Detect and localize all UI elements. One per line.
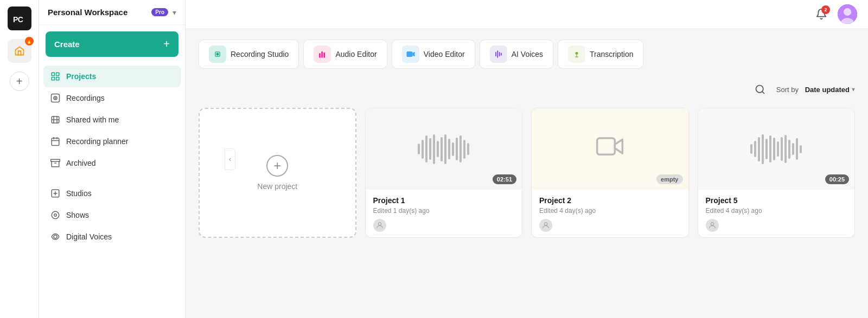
ai-voices-icon	[490, 46, 507, 63]
sidebar-item-planner[interactable]: Recording planner	[43, 131, 181, 152]
toolbar-row: Sort by Date updated ▾	[199, 80, 855, 99]
project2-subtitle: Edited 4 day(s) ago	[539, 207, 681, 215]
home-button[interactable]: 🔥	[8, 39, 31, 63]
project1-avatar	[373, 219, 386, 232]
tab-audio-editor-label: Audio Editor	[335, 50, 376, 59]
sidebar-item-archived[interactable]: Archived	[43, 152, 181, 174]
project-grid: + New project	[199, 108, 855, 238]
projects-icon	[50, 71, 61, 82]
topbar: 2	[186, 0, 868, 29]
sort-label: Sort by	[776, 86, 799, 94]
svg-point-22	[216, 53, 218, 55]
project5-duration-badge: 00:25	[825, 174, 849, 184]
project2-avatar	[539, 219, 552, 232]
svg-rect-4	[52, 77, 54, 80]
svg-rect-5	[56, 77, 59, 80]
create-button[interactable]: Create +	[46, 31, 178, 57]
tab-audio-editor[interactable]: Audio Editor	[303, 40, 387, 69]
video-editor-icon	[402, 46, 419, 63]
svg-rect-28	[406, 51, 412, 57]
sidebar-item-digital-voices[interactable]: Digital Voices	[43, 226, 181, 248]
new-project-plus-icon: +	[266, 155, 288, 177]
sidebar-label-digital-voices: Digital Voices	[66, 232, 112, 241]
left-rail: PC 🔥 +	[0, 0, 39, 318]
project5-subtitle: Edited 4 day(s) ago	[706, 207, 847, 215]
new-project-label: New project	[257, 182, 297, 191]
svg-rect-40	[597, 138, 615, 154]
user-avatar[interactable]	[838, 4, 857, 24]
project1-duration-badge: 02:51	[493, 174, 516, 184]
tab-video-editor[interactable]: Video Editor	[392, 40, 475, 69]
shared-icon	[50, 114, 61, 125]
svg-rect-34	[501, 53, 502, 56]
tab-transcription-label: Transcription	[590, 50, 633, 59]
project1-info: Project 1 Edited 1 day(s) ago	[366, 190, 522, 237]
workspace-header: Personal Workspace Pro ▾	[39, 0, 185, 25]
planner-icon	[50, 136, 61, 147]
workspace-chevron-icon[interactable]: ▾	[173, 8, 176, 17]
project5-waveform	[750, 133, 802, 165]
project1-waveform	[418, 133, 469, 165]
project-card-2[interactable]: empty Project 2 Edited 4 day(s) ago	[531, 108, 689, 238]
svg-point-39	[378, 223, 381, 225]
svg-point-36	[576, 52, 578, 55]
project2-empty-badge: empty	[656, 174, 682, 184]
sidebar-label-archived: Archived	[66, 159, 95, 167]
tab-video-editor-label: Video Editor	[424, 50, 465, 59]
project2-thumbnail: empty	[532, 108, 688, 190]
project5-info: Project 5 Edited 4 day(s) ago	[698, 190, 855, 237]
archived-icon	[50, 158, 61, 168]
recordings-icon	[50, 93, 61, 103]
new-project-card[interactable]: + New project	[199, 108, 356, 238]
svg-rect-3	[56, 73, 59, 75]
sidebar-item-projects[interactable]: Projects	[43, 66, 181, 87]
sidebar-item-studios[interactable]: Studios	[43, 183, 181, 204]
svg-rect-11	[51, 159, 60, 161]
svg-point-18	[844, 8, 851, 16]
tab-recording-studio[interactable]: Recording Studio	[199, 40, 299, 69]
audio-editor-icon	[314, 46, 331, 63]
sidebar-item-recordings[interactable]: Recordings	[43, 87, 181, 109]
sidebar-item-shows[interactable]: Shows	[43, 204, 181, 226]
sidebar-label-shows: Shows	[66, 211, 89, 219]
svg-rect-2	[52, 73, 54, 75]
studios-icon	[50, 188, 61, 199]
svg-marker-41	[615, 139, 623, 153]
svg-text:PC: PC	[13, 15, 23, 24]
svg-rect-31	[495, 52, 496, 56]
svg-rect-33	[499, 52, 500, 56]
content-area: Recording Studio Audio Editor	[186, 29, 868, 318]
project2-info: Project 2 Edited 4 day(s) ago	[532, 190, 688, 237]
project-card-1[interactable]: 02:51 Project 1 Edited 1 day(s) ago	[365, 108, 523, 238]
tab-recording-studio-label: Recording Studio	[231, 50, 289, 59]
tab-transcription[interactable]: Transcription	[558, 40, 643, 69]
sidebar-item-shared[interactable]: Shared with me	[43, 109, 181, 131]
sidebar-collapse-button[interactable]: ‹	[225, 148, 235, 170]
project5-avatar	[706, 219, 719, 232]
sidebar-label-shared: Shared with me	[66, 115, 119, 124]
svg-point-42	[544, 223, 547, 225]
nav-section-main: Projects Recordings Shared with me	[39, 63, 185, 318]
sidebar: Personal Workspace Pro ▾ Create + Projec…	[39, 0, 186, 318]
add-workspace-button[interactable]: +	[10, 72, 29, 91]
sort-control[interactable]: Sort by Date updated ▾	[776, 86, 855, 94]
search-button[interactable]	[750, 80, 770, 99]
project1-thumbnail: 02:51	[366, 108, 522, 190]
project-card-5[interactable]: 00:25 Project 5 Edited 4 day(s) ago	[698, 108, 856, 238]
tool-tabs-row: Recording Studio Audio Editor	[199, 40, 855, 69]
notification-badge: 2	[821, 5, 830, 14]
notifications-button[interactable]: 2	[812, 4, 831, 24]
shows-icon	[50, 210, 61, 220]
tab-ai-voices[interactable]: AI Voices	[480, 40, 553, 69]
svg-rect-25	[322, 51, 323, 58]
project2-title: Project 2	[539, 196, 681, 205]
svg-point-43	[711, 223, 713, 225]
project2-video-icon	[595, 131, 625, 167]
create-plus-icon: +	[163, 38, 170, 50]
svg-rect-24	[320, 53, 321, 57]
svg-point-15	[54, 214, 57, 217]
sidebar-label-planner: Recording planner	[66, 137, 128, 146]
sort-value: Date updated	[805, 86, 850, 94]
transcription-icon	[568, 46, 585, 63]
project5-title: Project 5	[706, 196, 847, 205]
